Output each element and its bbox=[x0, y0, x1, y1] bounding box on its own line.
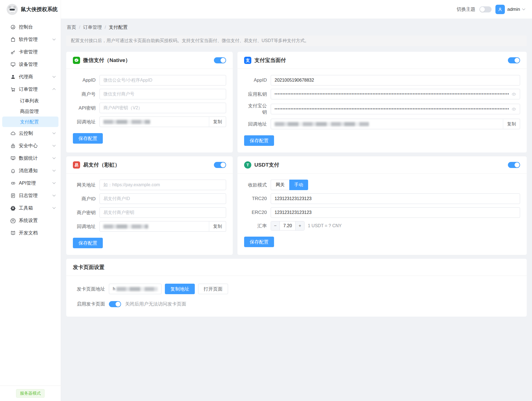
sidebar-footer: 服务器模式 bbox=[0, 386, 61, 401]
wechat-save-button[interactable]: 保存配置 bbox=[73, 133, 103, 144]
redacted-value bbox=[103, 120, 150, 124]
yipay-gateway-input[interactable] bbox=[99, 180, 226, 190]
switch-knob bbox=[515, 58, 520, 63]
alipay-icon: 支 bbox=[244, 57, 251, 64]
breadcrumb-home[interactable]: 首页 bbox=[67, 24, 76, 30]
chevron-down-icon bbox=[52, 74, 55, 77]
rate-hint: 1 USDT = ? CNY bbox=[308, 223, 342, 228]
sidebar-item-software[interactable]: 软件管理 bbox=[0, 33, 61, 46]
rate-decrease-button[interactable]: − bbox=[271, 221, 280, 230]
chevron-down-icon bbox=[52, 168, 55, 171]
wechat-apikey-input[interactable] bbox=[99, 103, 226, 113]
chevron-down-icon bbox=[52, 131, 55, 134]
wechat-merchant-input[interactable] bbox=[99, 89, 226, 99]
user-avatar bbox=[495, 5, 505, 14]
alipay-callback-input[interactable] bbox=[271, 119, 503, 129]
switch-knob bbox=[116, 302, 121, 307]
usdt-save-button[interactable]: 保存配置 bbox=[244, 237, 274, 247]
copy-url-button[interactable]: 复制地址 bbox=[165, 284, 195, 294]
usdt-erc20-input[interactable] bbox=[271, 207, 520, 218]
alipay-card-title: 支付宝当面付 bbox=[254, 57, 505, 64]
alipay-callback-copy-button[interactable]: 复制 bbox=[503, 119, 520, 129]
chevron-down-icon bbox=[52, 181, 55, 184]
alipay-public-key-input[interactable]: ••••••••••••••••••••••••••••••••••••••••… bbox=[271, 104, 520, 114]
sidebar-item-logs[interactable]: 日志管理 bbox=[0, 189, 61, 202]
sidebar-item-settings[interactable]: 系统设置 bbox=[0, 214, 61, 227]
sidebar-item-cardkeys[interactable]: 卡密管理 bbox=[0, 46, 61, 58]
field-label: 商户号 bbox=[73, 91, 99, 97]
cart-icon bbox=[10, 87, 16, 92]
content: 首页 / 订单管理 / 支付配置 配置支付接口后，用户可通过发卡页面自助购买授权… bbox=[61, 19, 532, 401]
yipay-callback-input[interactable] bbox=[99, 221, 209, 232]
usdt-enabled-toggle[interactable] bbox=[508, 162, 520, 168]
usdt-mode-gateway-button[interactable]: 网关 bbox=[271, 180, 289, 190]
alipay-enabled-toggle[interactable] bbox=[508, 57, 520, 63]
alipay-card-header: 支 支付宝当面付 bbox=[237, 52, 527, 69]
field-label: 回调地址 bbox=[73, 223, 99, 230]
usdt-rate-input[interactable] bbox=[280, 221, 296, 230]
card-page-url-input[interactable]: h bbox=[109, 284, 162, 294]
yipay-merchant-key-input[interactable] bbox=[99, 207, 226, 218]
masked-value: ••••••••••••••••••••••••••••••••••••••••… bbox=[275, 104, 509, 114]
chevron-down-icon bbox=[52, 193, 55, 196]
user-menu[interactable]: admin bbox=[495, 5, 525, 14]
wechat-appid-input[interactable] bbox=[99, 75, 226, 86]
sidebar-subitem-order-list[interactable]: 订单列表 bbox=[0, 95, 61, 106]
presentation-chart-icon bbox=[10, 156, 16, 161]
sidebar-subitem-products[interactable]: 商品管理 bbox=[0, 106, 61, 117]
card-page-settings-section: 发卡页面设置 发卡页面地址 h 复制地址 打开页面 启用发卡页面 关闭后用户无法… bbox=[66, 259, 527, 317]
open-page-button[interactable]: 打开页面 bbox=[198, 284, 228, 294]
switch-knob bbox=[221, 58, 226, 63]
sidebar-subitem-payment-config[interactable]: 支付配置 bbox=[2, 117, 58, 127]
alipay-appid-input[interactable] bbox=[271, 75, 520, 86]
yipay-save-button[interactable]: 保存配置 bbox=[73, 238, 103, 248]
wechat-enabled-toggle[interactable] bbox=[214, 57, 226, 63]
sidebar-item-label: 系统设置 bbox=[19, 217, 55, 224]
sidebar-item-notifications[interactable]: 消息通知 bbox=[0, 164, 61, 177]
breadcrumb: 首页 / 订单管理 / 支付配置 bbox=[67, 24, 527, 30]
sidebar-item-cloud-control[interactable]: 云控制 bbox=[0, 127, 61, 139]
eye-icon[interactable] bbox=[511, 92, 516, 97]
field-label: 支付宝公钥 bbox=[244, 103, 271, 115]
yipay-callback-copy-button[interactable]: 复制 bbox=[209, 221, 226, 232]
alipay-card: 支 支付宝当面付 AppID 应用私钥 ••••••••••••••••••••… bbox=[237, 52, 527, 152]
sidebar-item-agents[interactable]: 代理商 bbox=[0, 71, 61, 83]
field-label: 商户密钥 bbox=[73, 209, 99, 216]
rate-increase-button[interactable]: + bbox=[296, 221, 304, 230]
yipay-merchant-id-input[interactable] bbox=[99, 193, 226, 204]
sidebar-item-security[interactable]: 安全中心 bbox=[0, 139, 61, 152]
sidebar-item-label: 数据统计 bbox=[19, 155, 50, 161]
field-label: 网关地址 bbox=[73, 182, 99, 188]
usdt-mode-manual-button[interactable]: 手动 bbox=[289, 180, 308, 190]
alipay-private-key-input[interactable]: ••••••••••••••••••••••••••••••••••••••••… bbox=[271, 89, 520, 99]
usdt-card: T USDT支付 收款模式 网关 手动 bbox=[237, 156, 527, 255]
usdt-mode-segmented: 网关 手动 bbox=[271, 180, 308, 190]
theme-toggle[interactable] bbox=[479, 6, 492, 12]
link-icon bbox=[10, 180, 16, 186]
info-banner: 配置支付接口后，用户可通过发卡页面自助购买授权码。支持支付宝当面付、微信支付、易… bbox=[66, 35, 527, 46]
field-label: ERC20 bbox=[244, 210, 271, 215]
wechat-callback-input[interactable] bbox=[99, 117, 209, 127]
gear-filled-icon bbox=[10, 205, 16, 211]
enable-card-page-toggle[interactable] bbox=[109, 301, 121, 307]
redacted-value bbox=[116, 287, 158, 291]
sidebar-item-devices[interactable]: 设备管理 bbox=[0, 58, 61, 71]
sidebar-item-label: 控制台 bbox=[19, 24, 55, 30]
sidebar-item-statistics[interactable]: 数据统计 bbox=[0, 152, 61, 164]
sidebar-item-orders[interactable]: 订单管理 bbox=[0, 83, 61, 95]
usdt-trc20-input[interactable] bbox=[271, 193, 520, 204]
sidebar-subitem-label: 订单列表 bbox=[20, 98, 39, 104]
breadcrumb-orders[interactable]: 订单管理 bbox=[83, 24, 102, 30]
sidebar-item-dashboard[interactable]: 控制台 bbox=[0, 21, 61, 33]
sidebar-item-toolbox[interactable]: 工具箱 bbox=[0, 202, 61, 214]
sidebar-item-api[interactable]: API管理 bbox=[0, 177, 61, 189]
usdt-tether-icon: T bbox=[244, 161, 251, 169]
yipay-enabled-toggle[interactable] bbox=[214, 162, 226, 168]
user-icon bbox=[10, 74, 16, 80]
eye-icon[interactable] bbox=[511, 107, 516, 112]
main-area: 切换主题 admin 首页 / 订单管理 / 支付配置 配置支付接口后，用户可通… bbox=[61, 0, 532, 401]
alipay-save-button[interactable]: 保存配置 bbox=[244, 135, 274, 146]
wechat-callback-copy-button[interactable]: 复制 bbox=[209, 117, 226, 127]
sidebar-item-docs[interactable]: 开发文档 bbox=[0, 227, 61, 239]
redacted-value bbox=[103, 224, 148, 229]
